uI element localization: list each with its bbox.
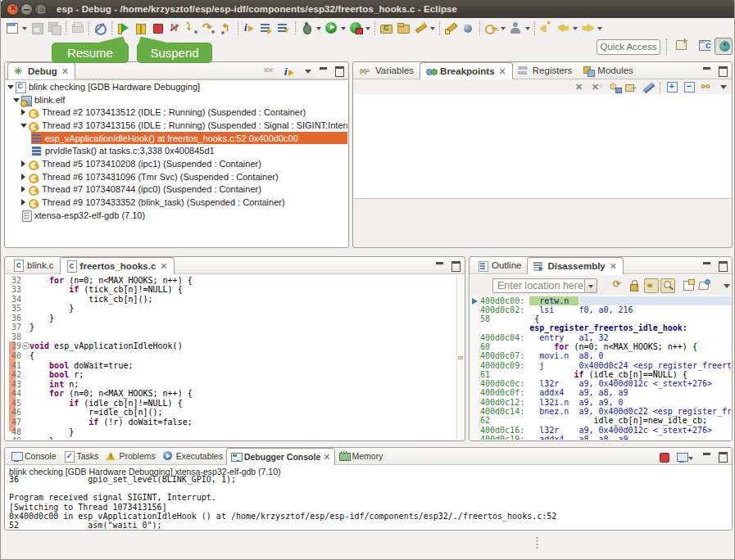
- back-icon[interactable]: [556, 21, 570, 35]
- disassembly-maximize-icon[interactable]: [717, 260, 728, 271]
- expanded-twisty-icon[interactable]: [7, 83, 15, 91]
- tab-memory[interactable]: Memory: [335, 448, 387, 464]
- external-tools-icon[interactable]: [349, 21, 363, 35]
- debug-view-menu-icon[interactable]: [302, 65, 314, 76]
- search-wand-dropdown-icon[interactable]: [429, 21, 436, 35]
- tree-row[interactable]: blink.elf: [6, 93, 347, 106]
- console-body[interactable]: blink checking [GDB Hardware Debugging] …: [6, 466, 731, 529]
- breakpoints-minimize-icon[interactable]: [701, 65, 713, 76]
- tab-variables[interactable]: Variables: [356, 62, 420, 79]
- collapsed-twisty-icon[interactable]: [20, 173, 28, 181]
- lock-view-icon[interactable]: [627, 278, 642, 293]
- code-editor[interactable]: 32 for (n=0; n<MAX_HOOKS; n++) {33 if (t…: [6, 275, 464, 440]
- search-wand-icon[interactable]: [414, 21, 428, 35]
- forward-dropdown-icon[interactable]: [597, 21, 603, 35]
- step-over-icon[interactable]: [202, 21, 216, 35]
- disassembly-view-menu-icon[interactable]: [721, 280, 733, 291]
- show-debug-lines-icon[interactable]: [260, 21, 274, 35]
- expanded-twisty-icon[interactable]: [20, 121, 28, 129]
- import-breakpoints-icon[interactable]: [624, 81, 639, 94]
- debug-perspective-icon[interactable]: [715, 38, 733, 55]
- tree-row[interactable]: xtensa-esp32-elf-gdb (7.10): [6, 209, 347, 222]
- open-element-icon[interactable]: [379, 21, 393, 35]
- run-dropdown-icon[interactable]: [340, 21, 347, 35]
- tab-disassembly[interactable]: Disassembly✕: [527, 257, 624, 274]
- debug-maximize-icon[interactable]: [333, 65, 345, 76]
- save-icon[interactable]: [30, 21, 44, 35]
- tab-console[interactable]: Console: [7, 448, 60, 464]
- show-breakpoints-for-icon[interactable]: [607, 81, 622, 94]
- suspend-icon[interactable]: [134, 21, 147, 35]
- back-dropdown-icon[interactable]: [572, 21, 578, 35]
- tab-blink-c[interactable]: blink.c: [7, 257, 60, 273]
- tree-row[interactable]: Thread #2 1073413512 (IDLE : Running) (S…: [6, 106, 347, 119]
- tab-close-icon[interactable]: ✕: [610, 262, 617, 270]
- show-layout-icon[interactable]: [277, 21, 291, 35]
- instruction-step-icon[interactable]: [283, 65, 294, 76]
- refresh-disassembly-icon[interactable]: [611, 278, 626, 293]
- disconnect-icon[interactable]: [168, 21, 182, 35]
- disassembly-minimize-icon[interactable]: [701, 260, 713, 271]
- collapsed-twisty-icon[interactable]: [20, 108, 28, 116]
- open-resource-icon[interactable]: [397, 21, 411, 35]
- window-close-button[interactable]: [7, 4, 18, 15]
- quick-access-button[interactable]: Quick Access: [597, 39, 660, 55]
- tree-row[interactable]: blink checking [GDB Hardware Debugging]: [6, 80, 347, 93]
- breakpoints-view-menu-icon[interactable]: [718, 81, 729, 94]
- tab-modules[interactable]: Modules: [578, 62, 638, 79]
- remove-terminated-icon[interactable]: [263, 65, 274, 76]
- forward-icon[interactable]: [581, 21, 595, 35]
- remove-breakpoint-icon[interactable]: [573, 81, 588, 94]
- location-input[interactable]: Enter location here: [492, 278, 585, 293]
- profile-person-dropdown-icon[interactable]: [524, 21, 531, 35]
- resume-icon[interactable]: [116, 21, 130, 35]
- tab-debugger-console[interactable]: Debugger Console✕: [226, 448, 335, 465]
- skip-all-breakpoints-icon[interactable]: [642, 81, 656, 94]
- tab-executables[interactable]: Executables: [159, 448, 226, 464]
- pin-view-icon[interactable]: [697, 278, 712, 293]
- console-minimize-icon[interactable]: [701, 451, 713, 462]
- external-tools-dropdown-icon[interactable]: [365, 21, 371, 35]
- link-context-icon[interactable]: [644, 278, 659, 293]
- display-console-dropdown-icon[interactable]: [687, 451, 694, 462]
- tab-close-icon[interactable]: ✕: [499, 67, 506, 75]
- open-perspective-icon[interactable]: [673, 38, 691, 55]
- window-minimize-button[interactable]: [21, 4, 32, 15]
- expand-all-icon[interactable]: [666, 81, 681, 94]
- terminate-icon[interactable]: [151, 21, 165, 35]
- editor-minimize-icon[interactable]: [434, 260, 446, 271]
- tree-row[interactable]: Thread #3 1073413156 (IDLE : Running) (S…: [6, 119, 347, 132]
- collapsed-twisty-icon[interactable]: [20, 160, 28, 168]
- tree-row[interactable]: Thread #6 1073431096 (Tmr Svc) (Suspende…: [6, 170, 347, 183]
- back-sparkle-icon[interactable]: [539, 21, 553, 35]
- tab-freertos-hooks-c[interactable]: freertos_hooks.c✕: [60, 257, 175, 274]
- tab-problems[interactable]: Problems: [102, 448, 158, 464]
- tab-debug[interactable]: Debug ✕: [7, 62, 75, 79]
- new-wizard-dropdown-icon[interactable]: [21, 21, 28, 35]
- tree-row[interactable]: Thread #9 1073433352 (blink_task) (Suspe…: [6, 196, 347, 209]
- annotate-key-icon[interactable]: [484, 21, 498, 35]
- tree-row-selected[interactable]: esp_vApplicationIdleHook() at freertos_h…: [6, 132, 347, 145]
- collapsed-twisty-icon[interactable]: [20, 185, 28, 193]
- console-maximize-icon[interactable]: [717, 451, 728, 462]
- breakpoints-maximize-icon[interactable]: [717, 65, 728, 76]
- c-cpp-perspective-icon[interactable]: [696, 38, 715, 55]
- skip-all-breakpoints-icon[interactable]: [93, 21, 107, 35]
- tab-close-icon[interactable]: ✕: [160, 262, 167, 270]
- tab-tasks[interactable]: Tasks: [60, 448, 102, 464]
- status-sash-handle[interactable]: [536, 536, 538, 550]
- debug-minimize-icon[interactable]: [318, 65, 329, 76]
- track-expression-icon[interactable]: [660, 278, 675, 293]
- last-edit-location-icon[interactable]: [444, 21, 458, 35]
- debug-history-dropdown-icon[interactable]: [315, 21, 322, 35]
- terminate-console-icon[interactable]: [658, 451, 669, 462]
- tab-close-icon[interactable]: ✕: [323, 453, 330, 461]
- collapsed-twisty-icon[interactable]: [20, 198, 28, 206]
- tab-registers[interactable]: Registers: [513, 62, 578, 79]
- instruction-stepping-icon[interactable]: [243, 21, 256, 35]
- open-new-view-icon[interactable]: [682, 278, 696, 293]
- debug-history-icon[interactable]: [300, 21, 314, 35]
- annotate-key-dropdown-icon[interactable]: [500, 21, 506, 35]
- expanded-twisty-icon[interactable]: [12, 96, 20, 104]
- step-return-icon[interactable]: [220, 21, 234, 35]
